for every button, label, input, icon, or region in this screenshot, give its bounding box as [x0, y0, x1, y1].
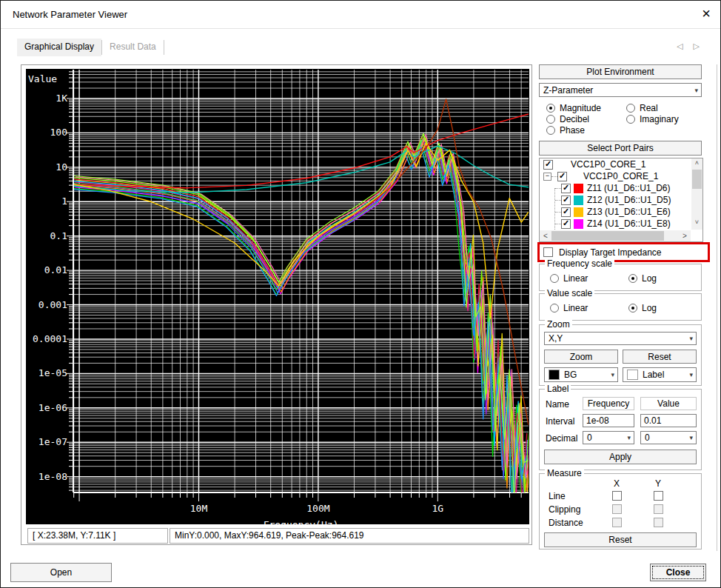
- label-name-row-label: Name: [546, 399, 569, 410]
- label-color-dropdown[interactable]: Label ▾: [623, 367, 697, 382]
- select-port-pairs-button[interactable]: Select Port Pairs: [539, 141, 702, 156]
- tree-item-label[interactable]: Z13 (U1_D6::U1_E6): [587, 207, 671, 217]
- radio-button-icon[interactable]: [626, 104, 635, 113]
- radio-button-icon[interactable]: [546, 104, 555, 113]
- interval-value-input[interactable]: 0.01: [640, 414, 697, 427]
- value-scale-linear-radio[interactable]: Linear: [550, 303, 588, 313]
- plot-area[interactable]: Value1K1001010.10.010.0010.00011e-051e-0…: [26, 69, 529, 524]
- tree-item-row[interactable]: Z11 (U1_D6::U1_D6): [540, 182, 702, 194]
- decimal-value-dropdown[interactable]: 0 ▾: [640, 431, 697, 444]
- value-scale-log-radio[interactable]: Log: [628, 303, 657, 313]
- radio-decibel[interactable]: Decibel: [546, 114, 589, 124]
- measure-clipping-x-checkbox: [612, 504, 622, 514]
- tab-graphical-display[interactable]: Graphical Display: [17, 39, 101, 56]
- tree-item-label[interactable]: Z11 (U1_D6::U1_D6): [587, 183, 671, 193]
- plot-canvas[interactable]: Value1K1001010.10.010.0010.00011e-051e-0…: [26, 69, 529, 524]
- measure-line-y-checkbox[interactable]: [654, 491, 663, 501]
- radio-button-icon[interactable]: [628, 274, 637, 283]
- bg-color-label: BG: [564, 370, 577, 380]
- close-button[interactable]: Close: [650, 564, 706, 581]
- y-tick-label: 0.01: [44, 264, 67, 275]
- scroll-down-icon[interactable]: ˅: [691, 218, 702, 229]
- display-target-impedance-checkbox[interactable]: [543, 247, 553, 257]
- x-tick-label: 100M: [306, 503, 329, 514]
- bg-color-dropdown[interactable]: BG ▾: [544, 367, 618, 382]
- x-tick-label: 1G: [432, 503, 443, 514]
- tree-connector-line: [555, 224, 561, 224]
- radio-button-icon[interactable]: [550, 304, 559, 313]
- tree-group-label[interactable]: VCC1P0_CORE_1: [583, 171, 658, 181]
- tree-vertical-scrollbar[interactable]: ˄ ˅: [691, 158, 702, 230]
- y-tick-label: 1e-06: [38, 402, 67, 413]
- zoom-group-title: Zoom: [545, 319, 572, 330]
- tree-horizontal-scrollbar[interactable]: ˂ ˃: [540, 230, 691, 241]
- tree-root-label[interactable]: VCC1P0_CORE_1: [571, 159, 645, 170]
- radio-real[interactable]: Real: [626, 103, 658, 113]
- radio-imaginary[interactable]: Imaginary: [626, 114, 679, 124]
- radio-magnitude[interactable]: Magnitude: [546, 103, 601, 113]
- x-axis-title: Frequency(Hz): [264, 519, 339, 524]
- checkbox-checked-icon[interactable]: [561, 207, 571, 217]
- label-color-label: Label: [643, 370, 664, 380]
- freq-scale-linear-radio[interactable]: Linear: [550, 273, 588, 284]
- parameter-type-dropdown[interactable]: Z-Parameter ▾: [539, 83, 702, 97]
- value-scale-group: Value scale Linear Log: [539, 293, 702, 321]
- checkbox-checked-icon[interactable]: [561, 219, 571, 229]
- freq-linear-label: Linear: [563, 273, 588, 284]
- label-frequency-column: Frequency: [583, 397, 634, 410]
- scrollbar-thumb[interactable]: [551, 231, 664, 241]
- interval-frequency-input[interactable]: 1e-08: [583, 414, 634, 427]
- radio-button-icon[interactable]: [546, 115, 555, 124]
- x-tick-label: 10M: [190, 503, 208, 514]
- y-axis-title: Value: [28, 73, 57, 84]
- network-parameter-viewer-window: Network Parameter Viewer × Graphical Dis…: [0, 0, 721, 588]
- content-divider: [717, 64, 717, 551]
- parameter-type-value: Z-Parameter: [543, 85, 593, 96]
- tree-item-label[interactable]: Z12 (U1_D6::U1_D5): [587, 195, 671, 205]
- checkbox-checked-icon[interactable]: [557, 172, 567, 181]
- measure-line-x-checkbox[interactable]: [612, 491, 622, 501]
- checkbox-checked-icon[interactable]: [561, 196, 571, 205]
- y-tick-label: 1K: [56, 93, 67, 104]
- decimal-frequency-dropdown[interactable]: 0 ▾: [583, 431, 634, 444]
- collapse-expander-icon[interactable]: −: [543, 173, 551, 181]
- measure-reset-button[interactable]: Reset: [544, 532, 697, 547]
- scrollbar-thumb[interactable]: [692, 170, 702, 189]
- radio-button-icon[interactable]: [546, 126, 555, 135]
- plot-environment-button[interactable]: Plot Environment: [539, 64, 702, 79]
- chevron-down-icon: ▾: [694, 87, 701, 94]
- tree-item-label[interactable]: Z14 (U1_D6::U1_E8): [587, 218, 671, 229]
- tree-item-row[interactable]: Z13 (U1_D6::U1_E6): [540, 206, 702, 218]
- checkbox-checked-icon[interactable]: [543, 160, 553, 170]
- open-button[interactable]: Open: [10, 563, 112, 582]
- tree-connector-line: [555, 212, 561, 213]
- freq-scale-log-radio[interactable]: Log: [628, 273, 657, 284]
- radio-phase[interactable]: Phase: [546, 125, 585, 136]
- radio-button-icon[interactable]: [626, 115, 635, 124]
- scroll-left-icon[interactable]: ˂: [540, 230, 551, 241]
- zoom-mode-dropdown[interactable]: X,Y ▾: [544, 332, 697, 345]
- checkbox-checked-icon[interactable]: [561, 184, 571, 193]
- radio-magnitude-label: Magnitude: [560, 103, 601, 113]
- window-title: Network Parameter Viewer: [13, 9, 127, 20]
- tree-item-row[interactable]: Z12 (U1_D6::U1_D5): [540, 194, 702, 206]
- zoom-button[interactable]: Zoom: [544, 350, 618, 364]
- tree-item-row[interactable]: Z14 (U1_D6::U1_E8): [540, 218, 702, 230]
- radio-button-icon[interactable]: [550, 274, 559, 283]
- min-max-status: MinY:0.000, MaxY:964.619, Peak-Peak:964.…: [170, 528, 529, 544]
- scroll-up-icon[interactable]: ˄: [691, 159, 702, 170]
- value-linear-label: Linear: [563, 303, 588, 313]
- tree-group-row[interactable]: − VCC1P0_CORE_1: [540, 170, 702, 182]
- scroll-right-icon[interactable]: ˃: [680, 230, 690, 241]
- tree-root-row[interactable]: VCC1P0_CORE_1: [540, 158, 702, 170]
- tab-scroll-left-icon[interactable]: ◁: [677, 41, 683, 51]
- radio-button-icon[interactable]: [628, 304, 637, 313]
- tab-result-data[interactable]: Result Data: [102, 39, 164, 56]
- tree-connector-line: [551, 176, 557, 177]
- apply-button[interactable]: Apply: [544, 450, 697, 464]
- y-tick-label: 1e-05: [38, 367, 67, 378]
- tab-scroll-right-icon[interactable]: ▷: [694, 41, 700, 51]
- port-pair-tree[interactable]: VCC1P0_CORE_1 − VCC1P0_CORE_1 Z11 (U1_D6…: [539, 158, 703, 242]
- zoom-reset-button[interactable]: Reset: [623, 350, 697, 364]
- window-close-icon[interactable]: ×: [702, 5, 711, 21]
